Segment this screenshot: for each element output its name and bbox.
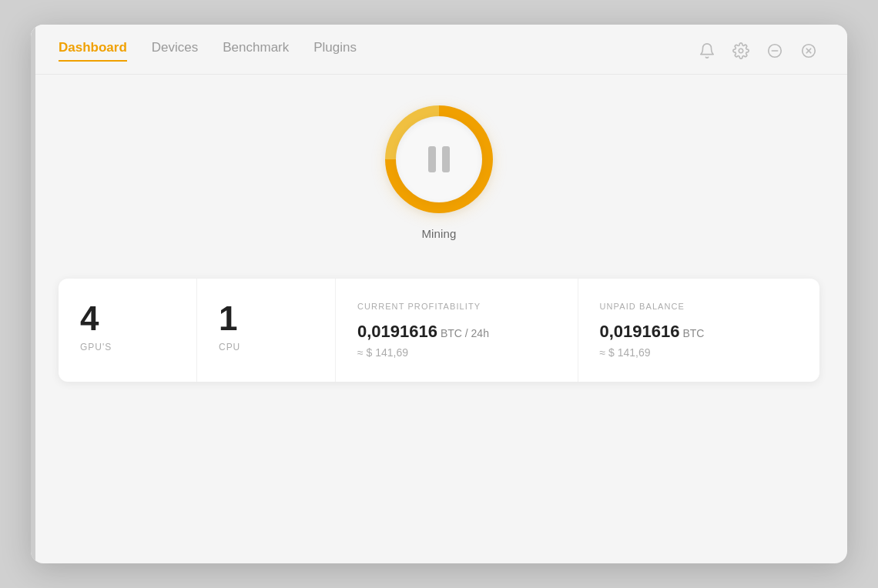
main-content: Mining 4 GPU'S 1 CPU CURRENT PROFITABILI… <box>31 75 847 563</box>
gpu-stat-card: 4 GPU'S <box>59 279 197 382</box>
balance-usd: ≈ $ 141,69 <box>600 346 651 359</box>
mining-toggle-button[interactable] <box>385 105 493 213</box>
nav-benchmark[interactable]: Benchmark <box>223 40 289 62</box>
cpu-stat-card: 1 CPU <box>197 279 336 382</box>
balance-value: 0,0191616 BTC <box>600 322 705 342</box>
mining-btn-inner <box>396 116 482 202</box>
gpu-label: GPU'S <box>80 342 112 352</box>
profitability-unit: BTC / 24h <box>437 327 489 339</box>
settings-icon[interactable] <box>730 40 752 62</box>
cpu-label: CPU <box>219 342 240 352</box>
minimize-icon[interactable] <box>764 40 786 62</box>
mining-button-container: Mining <box>385 105 493 240</box>
nav-devices[interactable]: Devices <box>152 40 198 62</box>
app-window: Dashboard Devices Benchmark Plugins <box>31 25 847 563</box>
profitability-value: 0,0191616 BTC / 24h <box>357 322 489 342</box>
nav-dashboard[interactable]: Dashboard <box>59 40 127 62</box>
stats-row: 4 GPU'S 1 CPU CURRENT PROFITABILITY 0,01… <box>59 279 819 382</box>
nav-plugins[interactable]: Plugins <box>313 40 357 62</box>
header-icons <box>696 40 819 62</box>
profitability-usd: ≈ $ 141,69 <box>357 346 408 359</box>
mining-label: Mining <box>421 227 456 240</box>
balance-unit: BTC <box>680 327 705 339</box>
balance-btc: 0,0191616 <box>600 322 680 341</box>
close-icon[interactable] <box>798 40 819 62</box>
profitability-btc: 0,0191616 <box>357 322 437 341</box>
balance-card: UNPAID BALANCE 0,0191616 BTC ≈ $ 141,69 <box>578 279 820 382</box>
balance-header: UNPAID BALANCE <box>600 302 685 311</box>
cpu-count: 1 <box>219 302 237 336</box>
bell-icon[interactable] <box>696 40 718 62</box>
svg-point-0 <box>739 48 743 53</box>
pause-bar-left <box>428 146 436 172</box>
profitability-header: CURRENT PROFITABILITY <box>357 302 481 311</box>
main-nav: Dashboard Devices Benchmark Plugins <box>59 40 357 62</box>
pause-icon <box>428 146 450 172</box>
header: Dashboard Devices Benchmark Plugins <box>31 25 847 62</box>
pause-bar-right <box>442 146 450 172</box>
gpu-count: 4 <box>80 302 99 336</box>
profitability-card: CURRENT PROFITABILITY 0,0191616 BTC / 24… <box>336 279 578 382</box>
